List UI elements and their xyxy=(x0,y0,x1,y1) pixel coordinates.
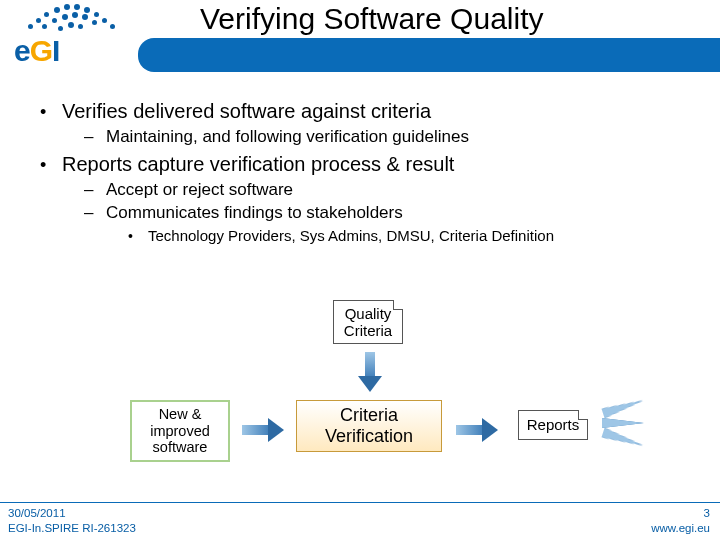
slide-header: eGI Verifying Software Quality xyxy=(0,0,720,72)
footer-project: EGI-In.SPIRE RI-261323 xyxy=(8,521,136,536)
arrow-right-icon xyxy=(242,420,286,442)
egi-logo: eGI xyxy=(4,0,134,70)
footer-page-number: 3 xyxy=(651,506,710,521)
arrow-right-icon xyxy=(456,420,500,442)
bullet-l2: Accept or reject software xyxy=(84,180,690,200)
footer-url: www.egi.eu xyxy=(651,521,710,536)
title-bar xyxy=(138,38,720,72)
slide-title: Verifying Software Quality xyxy=(200,2,544,36)
node-label: Criteria Verification xyxy=(325,405,413,446)
bullet-l3: Technology Providers, Sys Admins, DMSU, … xyxy=(128,227,690,244)
node-label: Reports xyxy=(527,416,580,433)
document-fold-icon xyxy=(393,300,403,310)
bullet-l1: Reports capture verification process & r… xyxy=(40,153,690,176)
slide-footer: 30/05/2011 EGI-In.SPIRE RI-261323 3 www.… xyxy=(0,502,720,540)
node-quality-criteria: Quality Criteria xyxy=(333,300,403,344)
node-label: New & improved software xyxy=(150,406,210,456)
node-new-software: New & improved software xyxy=(130,400,230,462)
bullet-l2: Maintaining, and following verification … xyxy=(84,127,690,147)
arrow-burst-icon xyxy=(602,402,662,452)
node-criteria-verification: Criteria Verification xyxy=(296,400,442,452)
arrow-down-icon xyxy=(360,352,380,392)
bullet-l1: Verifies delivered software against crit… xyxy=(40,100,690,123)
logo-dots-icon xyxy=(28,2,118,34)
node-reports: Reports xyxy=(518,410,588,440)
bullet-l2: Communicates findings to stakeholders xyxy=(84,203,690,223)
footer-date: 30/05/2011 xyxy=(8,506,136,521)
flow-diagram: Quality Criteria New & improved software… xyxy=(0,300,720,490)
logo-text: eGI xyxy=(14,34,59,68)
node-label: Quality Criteria xyxy=(344,305,392,340)
slide-content: Verifies delivered software against crit… xyxy=(40,100,690,250)
document-fold-icon xyxy=(578,410,588,420)
